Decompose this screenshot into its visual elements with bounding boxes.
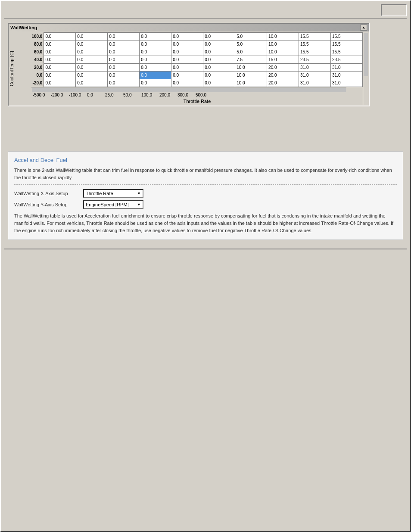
table-cell[interactable]: 20.0 bbox=[267, 64, 299, 72]
table-cell[interactable]: 0.0 bbox=[140, 79, 171, 87]
horizontal-scrollbar[interactable] bbox=[31, 87, 346, 92]
x-axis-value: 0.0 bbox=[86, 92, 104, 98]
table-cell[interactable]: 5.0 bbox=[235, 48, 267, 56]
x-axis-dropdown-arrow: ▼ bbox=[137, 191, 141, 196]
table-cell[interactable]: 0.0 bbox=[44, 72, 76, 79]
table-cell[interactable]: 10.0 bbox=[267, 48, 299, 56]
x-axis-value: 300.0 bbox=[176, 92, 194, 98]
table-cell[interactable]: 15.5 bbox=[330, 40, 362, 48]
table-cell[interactable]: 0.0 bbox=[108, 64, 140, 72]
table-cell[interactable]: 0.0 bbox=[76, 79, 108, 87]
table-cell[interactable]: 0.0 bbox=[171, 56, 203, 64]
table-cell[interactable]: 0.0 bbox=[44, 48, 76, 56]
table-cell[interactable]: 0.0 bbox=[203, 79, 235, 87]
table-cell[interactable]: 0.0 bbox=[76, 48, 108, 56]
table-cell[interactable]: 0.0 bbox=[44, 56, 76, 64]
x-axis-value: -500.0 bbox=[31, 92, 50, 98]
table-cell[interactable]: 23.5 bbox=[330, 56, 362, 64]
table-cell[interactable]: 31.0 bbox=[299, 79, 331, 87]
table-cell[interactable]: 10.0 bbox=[235, 72, 267, 79]
table-cell[interactable]: 0.0 bbox=[203, 40, 235, 48]
table-cell[interactable]: 0.0 bbox=[140, 33, 171, 40]
vertical-scrollbar[interactable] bbox=[363, 32, 368, 105]
data-scroll-area[interactable]: 100.00.00.00.00.00.00.05.010.015.515.580… bbox=[15, 32, 363, 87]
table-cell[interactable]: 0.0 bbox=[171, 72, 203, 79]
table-cell[interactable]: 0.0 bbox=[140, 48, 171, 56]
table-cell[interactable]: 0.0 bbox=[76, 64, 108, 72]
y-axis-title: CoolantTemp [C] bbox=[9, 51, 14, 86]
table-cell[interactable]: 0.0 bbox=[203, 72, 235, 79]
table-cell[interactable]: 0.0 bbox=[76, 72, 108, 79]
table-cell[interactable]: 5.0 bbox=[235, 40, 267, 48]
table-cell[interactable]: 0.0 bbox=[76, 40, 108, 48]
table-cell[interactable]: 0.0 bbox=[108, 56, 140, 64]
x-axis-value: -200.0 bbox=[50, 92, 68, 98]
table-cell[interactable]: 0.0 bbox=[203, 56, 235, 64]
x-axis-value: 100.0 bbox=[140, 92, 158, 98]
y-axis-dropdown[interactable]: EngineSpeed [RPM] ▼ bbox=[83, 200, 143, 209]
table-cell[interactable]: 20.0 bbox=[267, 72, 299, 79]
table-cell[interactable]: 10.0 bbox=[267, 33, 299, 40]
table-cell[interactable]: 10.0 bbox=[267, 40, 299, 48]
table-cell[interactable]: 31.0 bbox=[299, 72, 331, 79]
table-cell[interactable]: 0.0 bbox=[44, 64, 76, 72]
y-axis-title-container: CoolantTemp [C] bbox=[9, 32, 14, 105]
table-cell[interactable]: 0.0 bbox=[76, 56, 108, 64]
scrollbar-track bbox=[32, 88, 346, 92]
close-icon: x bbox=[362, 25, 364, 30]
info-description: There is one 2-axis WallWetting table th… bbox=[14, 167, 397, 181]
table-cell[interactable]: 15.5 bbox=[299, 48, 331, 56]
table-cell[interactable]: 0.0 bbox=[44, 79, 76, 87]
table-cell[interactable]: 23.5 bbox=[299, 56, 331, 64]
table-cell[interactable]: 7.5 bbox=[235, 56, 267, 64]
table-cell[interactable]: 10.0 bbox=[235, 79, 267, 87]
x-axis-setup-row: WallWetting X-Axis Setup Throttle Rate ▼ bbox=[14, 189, 397, 198]
table-cell[interactable]: 0.0 bbox=[108, 79, 140, 87]
table-cell[interactable]: 0.0 bbox=[140, 64, 171, 72]
table-cell[interactable]: 5.0 bbox=[235, 33, 267, 40]
table-cell[interactable]: 15.5 bbox=[299, 33, 331, 40]
table-cell[interactable]: 15.5 bbox=[330, 33, 362, 40]
table-cell[interactable]: 0.0 bbox=[171, 48, 203, 56]
table-cell[interactable]: 0.0 bbox=[140, 56, 171, 64]
x-axis-dropdown[interactable]: Throttle Rate ▼ bbox=[83, 189, 143, 198]
x-axis-setup-label: WallWetting X-Axis Setup bbox=[14, 191, 83, 196]
table-cell[interactable]: 31.0 bbox=[299, 64, 331, 72]
table-cell[interactable]: 0.0 bbox=[140, 40, 171, 48]
table-cell[interactable]: 0.0 bbox=[203, 64, 235, 72]
x-axis-dropdown-value: Throttle Rate bbox=[86, 191, 135, 196]
info-divider bbox=[14, 184, 397, 185]
x-axis-value: 500.0 bbox=[194, 92, 212, 98]
table-cell[interactable]: 0.0 bbox=[203, 33, 235, 40]
table-cell[interactable]: 31.0 bbox=[330, 72, 362, 79]
info-title: Accel and Decel Fuel bbox=[14, 157, 397, 163]
y-axis-value: 0.0 bbox=[15, 72, 44, 79]
table-cell[interactable]: 15.5 bbox=[299, 40, 331, 48]
data-table: 100.00.00.00.00.00.00.05.010.015.515.580… bbox=[15, 32, 363, 87]
table-cell[interactable]: 0.0 bbox=[108, 72, 140, 79]
table-cell[interactable]: 0.0 bbox=[108, 40, 140, 48]
close-button[interactable]: x bbox=[360, 25, 367, 31]
table-cell[interactable]: 0.0 bbox=[108, 33, 140, 40]
table-cell[interactable]: 31.0 bbox=[330, 79, 362, 87]
table-cell[interactable]: 31.0 bbox=[330, 64, 362, 72]
table-cell[interactable]: 20.0 bbox=[267, 79, 299, 87]
table-cell[interactable]: 0.0 bbox=[140, 72, 171, 79]
wallwetting-title: WallWetting bbox=[10, 25, 37, 30]
y-axis-value: -20.0 bbox=[15, 79, 44, 87]
table-cell[interactable]: 15.5 bbox=[330, 48, 362, 56]
top-bar bbox=[4, 4, 407, 16]
table-cell[interactable]: 0.0 bbox=[171, 40, 203, 48]
x-axis-value: -100.0 bbox=[68, 92, 86, 98]
table-cell[interactable]: 0.0 bbox=[108, 48, 140, 56]
table-cell[interactable]: 0.0 bbox=[44, 33, 76, 40]
table-cell[interactable]: 0.0 bbox=[171, 64, 203, 72]
table-cell[interactable]: 0.0 bbox=[203, 48, 235, 56]
table-cell[interactable]: 0.0 bbox=[171, 33, 203, 40]
table-cell[interactable]: 0.0 bbox=[44, 40, 76, 48]
table-cell[interactable]: 0.0 bbox=[171, 79, 203, 87]
x-axis-values: -500.0-200.0-100.00.025.050.0100.0200.03… bbox=[31, 92, 363, 98]
table-cell[interactable]: 15.0 bbox=[267, 56, 299, 64]
table-cell[interactable]: 0.0 bbox=[76, 33, 108, 40]
table-cell[interactable]: 10.0 bbox=[235, 64, 267, 72]
